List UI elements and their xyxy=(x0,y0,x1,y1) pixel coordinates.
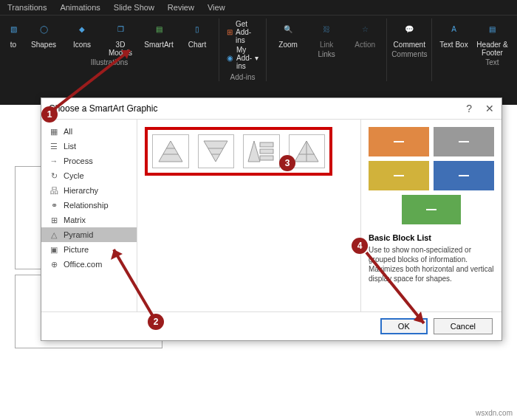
comment-button[interactable]: 💬Comment xyxy=(392,18,426,49)
arrow-2 xyxy=(109,244,161,325)
preview-block xyxy=(369,127,429,156)
link-icon: ⛓ xyxy=(316,18,337,39)
ribbon-tabs: Transitions Animations Slide Show Review… xyxy=(0,0,517,16)
preview-title: Basic Block List xyxy=(369,233,494,242)
get-addins-button[interactable]: ⊞Get Add-ins xyxy=(227,20,258,44)
header-icon: ▤ xyxy=(482,18,502,39)
tab-review[interactable]: Review xyxy=(168,3,194,12)
smartart-icon: ▤ xyxy=(148,18,169,39)
cat-matrix[interactable]: ⊞Matrix xyxy=(41,213,137,227)
preview-graphic xyxy=(369,127,494,224)
process-icon: → xyxy=(49,156,59,166)
annotation-3: 3 xyxy=(279,155,295,171)
wordart-button[interactable]: AWordArt xyxy=(513,18,517,57)
cat-list[interactable]: ☰List xyxy=(41,139,137,154)
pyramid-icon: △ xyxy=(49,230,59,240)
annotation-4: 4 xyxy=(352,238,368,254)
chart-button[interactable]: ▯Chart xyxy=(180,18,214,57)
group-text: AText Box ▤Header & Footer AWordArt Text xyxy=(432,18,517,81)
photo-icon: ▧ xyxy=(3,18,24,39)
layout-pyramid-list[interactable] xyxy=(243,134,280,168)
textbox-icon: A xyxy=(443,18,464,39)
tab-slideshow[interactable]: Slide Show xyxy=(114,3,154,12)
layout-basic-pyramid[interactable] xyxy=(152,134,189,168)
preview-block xyxy=(434,161,494,190)
all-icon: ▦ xyxy=(49,126,59,137)
preview-block xyxy=(434,127,494,156)
smartart-button[interactable]: ▤SmartArt xyxy=(142,18,176,57)
office-icon: ⊕ xyxy=(49,259,59,269)
group-addins: ⊞Get Add-ins ◉My Add-ins ▾ Add-ins xyxy=(219,18,267,81)
group-label-addins: Add-ins xyxy=(230,73,256,81)
svg-line-17 xyxy=(366,252,424,323)
pyramid-up-icon xyxy=(156,138,185,165)
preview-block xyxy=(369,161,429,190)
header-footer-button[interactable]: ▤Header & Footer xyxy=(475,18,509,57)
group-label-text: Text xyxy=(485,58,499,66)
svg-line-13 xyxy=(50,50,130,112)
cat-all[interactable]: ▦All xyxy=(41,124,137,139)
chevron-down-icon: ▾ xyxy=(255,54,258,62)
svg-marker-3 xyxy=(204,141,227,162)
chart-icon: ▯ xyxy=(187,18,208,39)
annotation-1: 1 xyxy=(41,106,58,123)
photo-button[interactable]: ▧to xyxy=(4,18,22,57)
comment-icon: 💬 xyxy=(399,18,420,39)
cancel-button[interactable]: Cancel xyxy=(434,318,493,334)
tab-view[interactable]: View xyxy=(208,3,225,12)
arrow-1 xyxy=(50,46,139,112)
action-button[interactable]: ☆Action xyxy=(348,18,382,49)
svg-marker-6 xyxy=(248,141,260,162)
pyramid-list-icon xyxy=(247,138,276,165)
svg-marker-16 xyxy=(111,249,123,260)
annotation-2: 2 xyxy=(148,314,164,330)
relationship-icon: ⚭ xyxy=(49,200,59,210)
svg-line-15 xyxy=(114,249,154,317)
store-icon: ⊞ xyxy=(227,28,233,36)
textbox-button[interactable]: AText Box xyxy=(436,18,470,57)
watermark: wsxdn.com xyxy=(476,409,513,417)
layout-selection xyxy=(145,127,332,176)
layout-gallery xyxy=(137,120,361,311)
group-label-links: Links xyxy=(318,50,335,58)
matrix-icon: ⊞ xyxy=(49,215,59,225)
group-label-comments: Comments xyxy=(391,50,427,58)
svg-rect-9 xyxy=(260,156,273,160)
shapes-icon: ◯ xyxy=(33,18,54,39)
zoom-button[interactable]: 🔍Zoom xyxy=(271,18,305,49)
group-comments: 💬Comment Comments xyxy=(387,18,432,81)
svg-rect-7 xyxy=(260,142,273,147)
list-icon: ☰ xyxy=(49,141,59,151)
pyramid-down-icon xyxy=(201,138,230,165)
icons-icon: ◆ xyxy=(72,18,92,39)
cat-process[interactable]: →Process xyxy=(41,154,137,168)
segmented-pyramid-icon xyxy=(292,138,321,165)
tab-transitions[interactable]: Transitions xyxy=(7,3,47,12)
arrow-4 xyxy=(363,249,437,331)
cube-icon: ❒ xyxy=(110,18,131,39)
cat-relationship[interactable]: ⚭Relationship xyxy=(41,198,137,213)
cycle-icon: ↻ xyxy=(49,171,59,181)
picture-icon: ▣ xyxy=(49,244,59,255)
group-links: 🔍Zoom ⛓Link ☆Action Links xyxy=(267,18,387,81)
svg-rect-8 xyxy=(260,149,273,154)
cat-pyramid[interactable]: △Pyramid xyxy=(41,227,137,242)
link-button[interactable]: ⛓Link xyxy=(309,18,343,49)
action-icon: ☆ xyxy=(355,18,375,39)
zoom-icon: 🔍 xyxy=(278,18,298,39)
my-addins-button[interactable]: ◉My Add-ins ▾ xyxy=(227,46,258,70)
svg-marker-0 xyxy=(159,141,182,162)
help-button[interactable]: ? xyxy=(466,103,472,114)
tab-animations[interactable]: Animations xyxy=(60,3,100,12)
preview-block xyxy=(402,195,461,224)
close-button[interactable]: ✕ xyxy=(485,103,494,114)
addin-icon: ◉ xyxy=(227,54,233,62)
cat-cycle[interactable]: ↻Cycle xyxy=(41,168,137,183)
cat-hierarchy[interactable]: 品Hierarchy xyxy=(41,183,137,198)
hierarchy-icon: 品 xyxy=(49,185,59,196)
layout-inverted-pyramid[interactable] xyxy=(198,134,235,168)
